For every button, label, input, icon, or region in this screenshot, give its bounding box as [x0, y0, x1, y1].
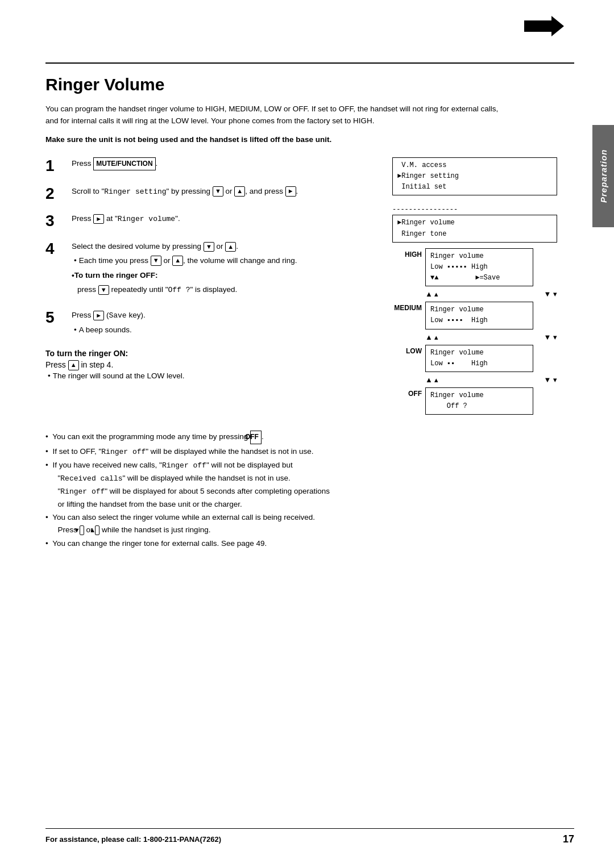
right-btn-3: ►: [93, 214, 104, 224]
step-4: 4 Select the desired volume by pressing …: [45, 240, 381, 299]
turn-off-desc: press ▼ repeatedly until "Off ?" is disp…: [77, 283, 381, 297]
step-content-5: Press ► (Save key). A beep sounds.: [72, 309, 381, 339]
medium-nav-right: ▼ ▾: [544, 333, 557, 341]
step-number-1: 1: [45, 157, 67, 175]
lcd-second-line1: ►Ringer volume: [397, 218, 552, 228]
lcd-low-line2: Low ▪▪ High: [430, 358, 528, 369]
lcd-off-line2: Off ?: [430, 401, 528, 412]
lcd-high-line1: Ringer volume: [430, 251, 528, 262]
step-number-5: 5: [45, 309, 67, 327]
lcd-medium-line1: Ringer volume: [430, 304, 528, 315]
step4-bullet1: Each time you press ▼ or ▲, the volume w…: [74, 255, 381, 267]
high-lcd-wrapper: Ringer volume Low ▪▪▪▪▪ High ▼▲ ►=Save: [425, 248, 533, 287]
sidebar-tab: Preparation: [592, 125, 614, 227]
low-nav-left: ▲ ▴: [425, 375, 438, 384]
lcd-displays: V.M. access ►Ringer setting Initial set …: [392, 157, 557, 419]
high-label: HIGH: [392, 248, 422, 258]
off-label: OFF: [392, 387, 422, 398]
high-nav-right: ▼ ▾: [544, 290, 557, 298]
down-btn-note4: ▼: [80, 525, 84, 535]
note3-mono2: Received calls: [60, 474, 122, 483]
lcd-medium-nav: ▲ ▴ ▼ ▾: [425, 333, 557, 341]
step-number-2: 2: [45, 185, 67, 203]
note3-mono3: Ringer off: [60, 487, 105, 496]
turn-on-heading: To turn the ringer ON:: [45, 349, 128, 358]
lcd-top-box: V.M. access ►Ringer setting Initial set: [392, 157, 557, 196]
turn-on-section: To turn the ringer ON: Press ▲ in step 4…: [45, 349, 381, 382]
note-1: You can exit the programming mode any ti…: [45, 431, 534, 444]
steps-left: 1 Press MUTE/FUNCTION. 2 Scroll to "Ring…: [45, 157, 381, 389]
off-mono: Off ?: [168, 286, 190, 294]
lcd-medium-line2: Low ▪▪▪▪ High: [430, 315, 528, 326]
step-number-3: 3: [45, 212, 67, 230]
low-nav-right: ▼ ▾: [544, 375, 557, 384]
down-btn-4c: ▼: [98, 285, 109, 295]
down-btn-4: ▼: [204, 242, 214, 252]
step-2: 2 Scroll to "Ringer setting" by pressing…: [45, 185, 381, 203]
lcd-second-line2: Ringer tone: [397, 229, 552, 240]
lcd-dashes: ----------------: [392, 206, 557, 214]
right-btn-2: ►: [285, 186, 296, 196]
ringer-setting-mono: Ringer setting: [104, 187, 166, 196]
note-5: You can change the ringer tone for exter…: [45, 537, 534, 550]
steps-area: 1 Press MUTE/FUNCTION. 2 Scroll to "Ring…: [45, 157, 574, 419]
step-content-4: Select the desired volume by pressing ▼ …: [72, 240, 381, 299]
footer-page-number: 17: [563, 833, 574, 845]
lcd-top-line2: ►Ringer setting: [397, 171, 552, 182]
off-lcd-wrapper: Ringer volume Off ?: [425, 387, 533, 415]
step-3: 3 Press ► at "Ringer volume".: [45, 212, 381, 230]
lcd-low-group: LOW Ringer volume Low ▪▪ High: [392, 345, 557, 372]
up-btn-2: ▲: [234, 186, 245, 196]
lcd-low-line1: Ringer volume: [430, 348, 528, 358]
lcd-section: V.M. access ►Ringer setting Initial set …: [392, 157, 557, 419]
lcd-low-nav: ▲ ▴ ▼ ▾: [425, 375, 557, 384]
lcd-high-group: HIGH Ringer volume Low ▪▪▪▪▪ High ▼▲ ►=S…: [392, 248, 557, 287]
save-mono: Save: [109, 311, 126, 320]
turn-on-note: The ringer will sound at the LOW level.: [48, 370, 381, 382]
lcd-top-line3: Initial set: [397, 182, 552, 193]
ringer-volume-mono: Ringer volume: [118, 215, 175, 223]
intro-paragraph: You can program the handset ringer volum…: [45, 103, 512, 127]
top-arrow: [524, 16, 564, 38]
bold-warning: Make sure the unit is not being used and…: [45, 134, 512, 146]
lcd-mid-group: ---------------- ►Ringer volume Ringer t…: [392, 206, 557, 242]
lcd-medium-box: Ringer volume Low ▪▪▪▪ High: [425, 302, 533, 329]
footer-assistance: For assistance, please call: 1-800-211-P…: [45, 835, 221, 844]
bottom-notes: You can exit the programming mode any ti…: [45, 431, 534, 549]
step5-bullet: A beep sounds.: [74, 324, 381, 336]
medium-label: MEDIUM: [392, 302, 422, 312]
lcd-high-line3: ▼▲ ►=Save: [430, 273, 528, 283]
page-title: Ringer Volume: [45, 75, 574, 94]
right-btn-5: ►: [93, 311, 104, 320]
down-btn-4b: ▼: [151, 256, 161, 265]
svg-marker-0: [524, 16, 564, 36]
lcd-off-group: OFF Ringer volume Off ?: [392, 387, 557, 415]
up-btn-turn-on: ▲: [68, 360, 79, 370]
medium-lcd-wrapper: Ringer volume Low ▪▪▪▪ High: [425, 302, 533, 329]
off-key: OFF: [250, 431, 262, 444]
step-1: 1 Press MUTE/FUNCTION.: [45, 157, 381, 175]
up-btn-note4: ▲: [95, 525, 99, 535]
page-footer: For assistance, please call: 1-800-211-P…: [45, 828, 574, 845]
up-btn-4: ▲: [225, 242, 236, 252]
note-2: If set to OFF, "Ringer off" will be disp…: [45, 445, 534, 458]
lcd-top-group: V.M. access ►Ringer setting Initial set: [392, 157, 557, 201]
lcd-off-line1: Ringer volume: [430, 390, 528, 401]
step-number-4: 4: [45, 240, 67, 258]
low-label: LOW: [392, 345, 422, 355]
note-3: If you have received new calls, "Ringer …: [45, 459, 534, 510]
note2-mono: Ringer off: [101, 448, 146, 456]
lcd-second-box: ►Ringer volume Ringer tone: [392, 215, 557, 242]
lcd-low-box: Ringer volume Low ▪▪ High: [425, 345, 533, 372]
top-rule: [45, 62, 574, 64]
lcd-high-line2: Low ▪▪▪▪▪ High: [430, 262, 528, 273]
low-lcd-wrapper: Ringer volume Low ▪▪ High: [425, 345, 533, 372]
page-container: Preparation Ringer Volume You can progra…: [0, 0, 614, 868]
turn-on-instruction: Press ▲ in step 4.: [45, 360, 381, 370]
step-content-1: Press MUTE/FUNCTION.: [72, 157, 381, 170]
down-btn-2: ▼: [213, 186, 223, 196]
medium-nav-left: ▲ ▴: [425, 333, 438, 341]
lcd-top-line1: V.M. access: [397, 160, 552, 171]
step-content-3: Press ► at "Ringer volume".: [72, 212, 381, 226]
note-4: You can also select the ringer volume wh…: [45, 511, 534, 536]
